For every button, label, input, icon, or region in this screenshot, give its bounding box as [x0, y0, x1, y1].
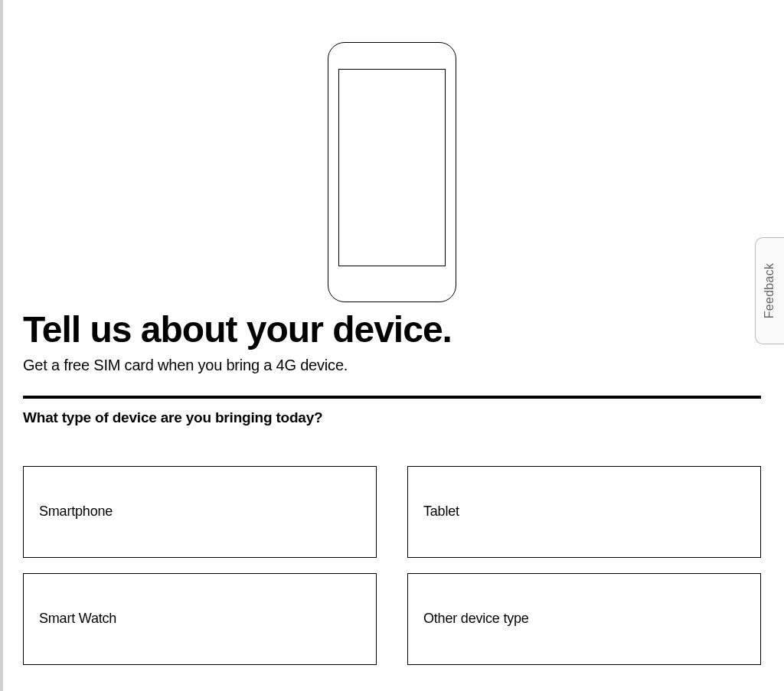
phone-outer-frame [328, 42, 456, 302]
option-label: Smart Watch [39, 611, 116, 626]
page-subheading: Get a free SIM card when you bring a 4G … [23, 357, 761, 374]
option-label: Smartphone [39, 504, 113, 519]
section-divider [23, 396, 761, 399]
option-smart-watch[interactable]: Smart Watch [23, 573, 377, 665]
feedback-label: Feedback [763, 263, 777, 319]
device-options-grid: Smartphone Tablet Smart Watch Other devi… [23, 466, 761, 665]
option-label: Tablet [423, 504, 459, 519]
option-smartphone[interactable]: Smartphone [23, 466, 377, 558]
page-heading: Tell us about your device. [23, 310, 761, 350]
feedback-tab[interactable]: Feedback [755, 237, 784, 344]
main-container: Tell us about your device. Get a free SI… [0, 42, 784, 665]
phone-inner-screen [338, 69, 446, 266]
phone-illustration [23, 42, 761, 302]
option-other-device[interactable]: Other device type [407, 573, 761, 665]
option-tablet[interactable]: Tablet [407, 466, 761, 558]
option-label: Other device type [423, 611, 529, 626]
device-type-question: What type of device are you bringing tod… [23, 409, 761, 426]
